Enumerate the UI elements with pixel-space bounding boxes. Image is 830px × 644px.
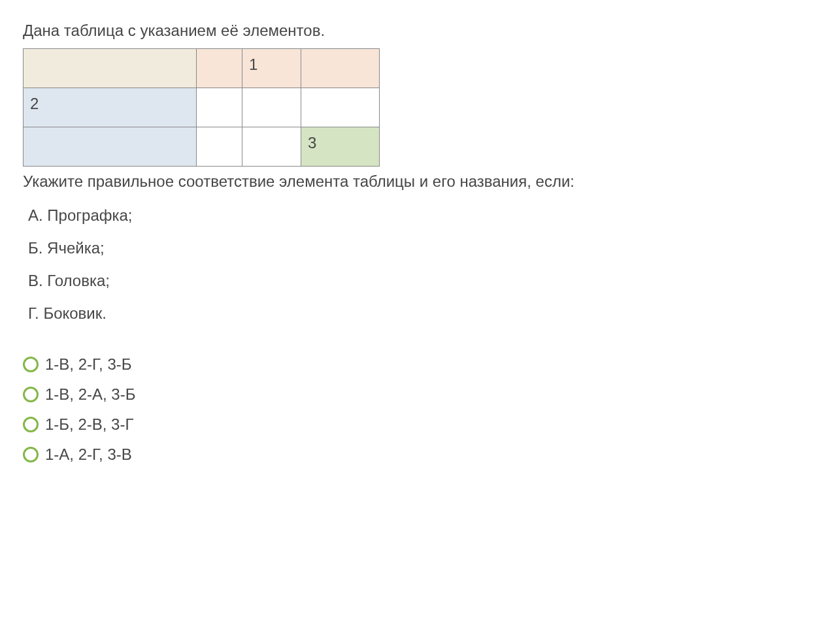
answer-option-label: 1-В, 2-Г, 3-Б: [45, 355, 132, 374]
radio-icon: [23, 417, 39, 432]
definition-item: Г. Боковик.: [28, 304, 807, 323]
answer-option-2[interactable]: 1-В, 2-А, 3-Б: [23, 385, 807, 404]
question-intro: Дана таблица с указанием её элементов.: [23, 20, 807, 42]
definitions-list: А. Прографка; Б. Ячейка; В. Головка; Г. …: [28, 206, 807, 323]
table-cell-marker-3: 3: [301, 127, 380, 166]
answer-option-label: 1-Б, 2-В, 3-Г: [45, 415, 133, 434]
definition-item: В. Головка;: [28, 272, 807, 290]
table-cell: [24, 48, 197, 88]
answer-option-3[interactable]: 1-Б, 2-В, 3-Г: [23, 415, 807, 434]
answer-option-label: 1-А, 2-Г, 3-В: [45, 445, 132, 464]
definition-item: Б. Ячейка;: [28, 239, 807, 257]
table-cell: [197, 127, 242, 166]
answer-options: 1-В, 2-Г, 3-Б 1-В, 2-А, 3-Б 1-Б, 2-В, 3-…: [23, 355, 807, 464]
table-cell: [197, 88, 242, 127]
table-cell-marker-1: 1: [242, 48, 301, 88]
answer-option-1[interactable]: 1-В, 2-Г, 3-Б: [23, 355, 807, 374]
table-cell: [242, 88, 301, 127]
answer-option-label: 1-В, 2-А, 3-Б: [45, 385, 135, 404]
instruction-text: Укажите правильное соответствие элемента…: [23, 170, 807, 193]
radio-icon: [23, 447, 39, 462]
definition-item: А. Прографка;: [28, 206, 807, 225]
table-cell: [301, 88, 380, 127]
radio-icon: [23, 357, 39, 372]
table-cell: [242, 127, 301, 166]
answer-option-4[interactable]: 1-А, 2-Г, 3-В: [23, 445, 807, 464]
table-cell: [24, 127, 197, 166]
table-cell-marker-2: 2: [24, 88, 197, 127]
table-cell: [301, 48, 380, 88]
table-cell: [197, 48, 242, 88]
radio-icon: [23, 387, 39, 402]
elements-table: 1 2 3: [23, 48, 380, 167]
